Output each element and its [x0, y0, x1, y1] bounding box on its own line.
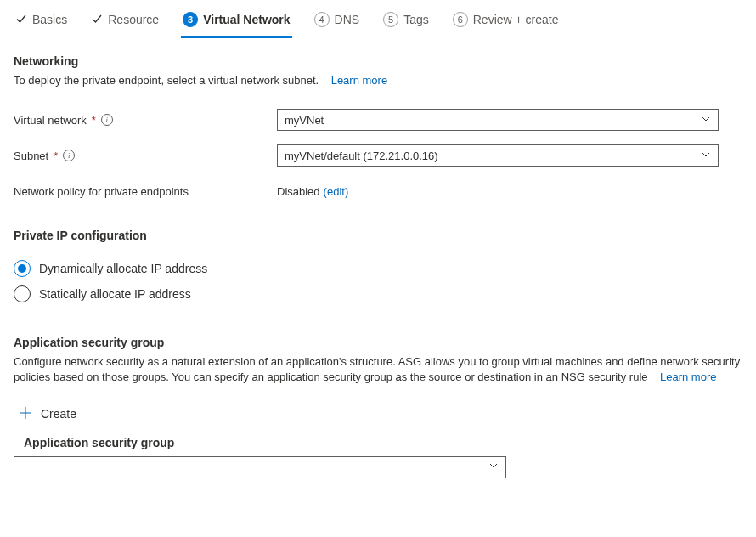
subnet-label: Subnet * i: [14, 150, 277, 162]
check-icon: [91, 13, 103, 27]
create-label: Create: [41, 407, 76, 421]
section-title: Private IP configuration: [14, 229, 742, 242]
tab-label: Basics: [32, 13, 67, 26]
ip-allocation-radio-group: Dynamically allocate IP address Statical…: [0, 252, 756, 310]
tab-dns[interactable]: 4 DNS: [313, 7, 362, 38]
info-icon[interactable]: i: [63, 150, 75, 161]
radio-label: Statically allocate IP address: [39, 287, 191, 301]
tab-tags[interactable]: 5 Tags: [381, 7, 431, 38]
radio-dynamic-ip[interactable]: Dynamically allocate IP address: [14, 256, 742, 281]
radio-static-ip[interactable]: Statically allocate IP address: [14, 281, 742, 307]
wizard-tabs: Basics Resource 3 Virtual Network 4 DNS …: [0, 0, 756, 39]
tab-label: Tags: [403, 13, 429, 26]
asg-section: Application security group Configure net…: [0, 310, 756, 390]
asg-dropdown-label: Application security group: [0, 432, 756, 456]
virtual-network-select[interactable]: myVNet: [277, 109, 719, 131]
radio-icon: [14, 285, 31, 302]
network-policy-row: Network policy for private endpoints Dis…: [0, 173, 756, 205]
network-policy-value: Disabled (edit): [277, 185, 719, 198]
step-number-badge: 5: [383, 12, 398, 27]
ip-config-section: Private IP configuration: [0, 205, 756, 252]
radio-icon: [14, 260, 31, 277]
subnet-row: Subnet * i myVNet/default (172.21.0.0.16…: [0, 138, 756, 173]
virtual-network-row: Virtual network * i myVNet: [0, 102, 756, 138]
subnet-select[interactable]: myVNet/default (172.21.0.0.16): [277, 144, 719, 167]
section-title: Networking: [14, 54, 742, 68]
tab-review-create[interactable]: 6 Review + create: [451, 7, 561, 38]
create-asg-button[interactable]: Create: [14, 401, 85, 427]
tab-label: Resource: [108, 13, 159, 26]
tab-basics[interactable]: Basics: [14, 8, 69, 38]
select-value: myVNet: [285, 114, 324, 127]
chevron-down-icon: [701, 150, 711, 162]
info-icon[interactable]: i: [101, 114, 113, 126]
learn-more-link[interactable]: Learn more: [660, 370, 716, 383]
radio-label: Dynamically allocate IP address: [39, 262, 207, 275]
networking-section: Networking To deploy the private endpoin…: [0, 39, 756, 93]
required-asterisk: *: [92, 114, 96, 127]
asg-select[interactable]: [14, 456, 506, 478]
plus-icon: [19, 406, 32, 422]
virtual-network-label: Virtual network * i: [14, 114, 277, 127]
tab-label: Review + create: [473, 13, 559, 26]
section-title: Application security group: [14, 336, 742, 349]
tab-resource[interactable]: Resource: [89, 8, 161, 38]
step-number-badge: 3: [183, 12, 198, 27]
tab-label: Virtual Network: [203, 13, 290, 26]
tab-label: DNS: [335, 13, 360, 26]
step-number-badge: 4: [314, 12, 330, 27]
learn-more-link[interactable]: Learn more: [331, 74, 387, 87]
select-value: myVNet/default (172.21.0.0.16): [285, 150, 438, 162]
chevron-down-icon: [488, 461, 499, 473]
required-asterisk: *: [54, 150, 58, 162]
chevron-down-icon: [701, 114, 711, 127]
check-icon: [15, 13, 27, 27]
step-number-badge: 6: [453, 12, 468, 27]
edit-link[interactable]: (edit): [324, 185, 349, 198]
section-description: Configure network security as a natural …: [14, 354, 742, 385]
tab-virtual-network[interactable]: 3 Virtual Network: [181, 7, 291, 38]
section-description: To deploy the private endpoint, select a…: [14, 73, 742, 88]
network-policy-label: Network policy for private endpoints: [14, 185, 277, 198]
